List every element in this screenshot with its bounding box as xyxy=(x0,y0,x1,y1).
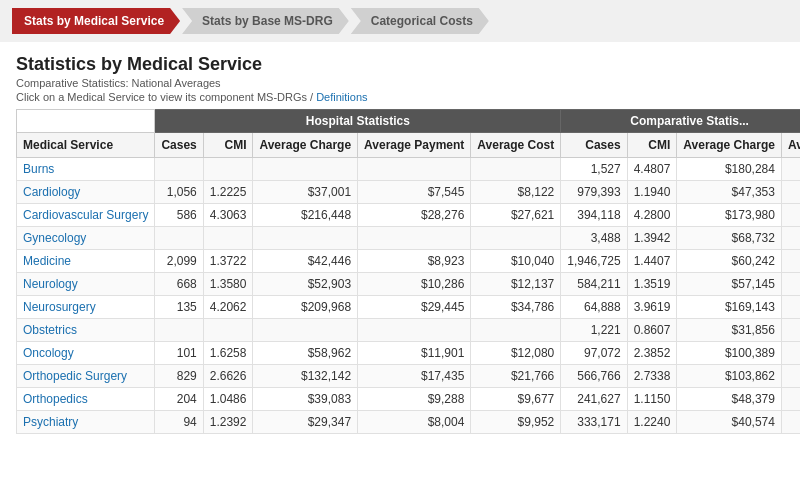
service-link[interactable]: Neurosurgery xyxy=(23,300,96,314)
col-h-avg-payment: Average Payment xyxy=(358,133,471,158)
c-avg-charge-cell: $60,242 xyxy=(677,250,782,273)
c-av-cell xyxy=(781,181,800,204)
definitions-link[interactable]: Definitions xyxy=(316,91,367,103)
tab-stats-by-base-ms-drg[interactable]: Stats by Base MS-DRG xyxy=(182,8,349,34)
c-cmi-cell: 0.8607 xyxy=(627,319,677,342)
service-link[interactable]: Medicine xyxy=(23,254,71,268)
service-name-cell: Orthopedics xyxy=(17,388,155,411)
h-cases-cell: 135 xyxy=(155,296,203,319)
h-cmi-cell xyxy=(203,158,253,181)
h-avg-charge-cell: $132,142 xyxy=(253,365,358,388)
page-header: Statistics by Medical Service Comparativ… xyxy=(0,42,800,109)
col-c-cmi: CMI xyxy=(627,133,677,158)
h-cmi-cell: 1.3580 xyxy=(203,273,253,296)
h-cmi-cell: 1.3722 xyxy=(203,250,253,273)
h-avg-cost-cell: $10,040 xyxy=(471,250,561,273)
c-cmi-cell: 1.1150 xyxy=(627,388,677,411)
c-cases-cell: 3,488 xyxy=(561,227,627,250)
service-name-cell: Cardiology xyxy=(17,181,155,204)
c-avg-charge-cell: $57,145 xyxy=(677,273,782,296)
c-cases-cell: 97,072 xyxy=(561,342,627,365)
h-cmi-cell: 1.2392 xyxy=(203,411,253,434)
service-link[interactable]: Psychiatry xyxy=(23,415,78,429)
c-cmi-cell: 2.7338 xyxy=(627,365,677,388)
col-c-av: Av... xyxy=(781,133,800,158)
h-avg-charge-cell xyxy=(253,227,358,250)
table-row: Gynecology3,4881.3942$68,732 xyxy=(17,227,801,250)
page-subtitle: Comparative Statistics: National Average… xyxy=(16,77,784,89)
c-av-cell xyxy=(781,158,800,181)
c-avg-charge-cell: $173,980 xyxy=(677,204,782,227)
h-cases-cell: 829 xyxy=(155,365,203,388)
table-row: Cardiology1,0561.2225$37,001$7,545$8,122… xyxy=(17,181,801,204)
h-avg-cost-cell: $12,080 xyxy=(471,342,561,365)
service-name-cell: Neurology xyxy=(17,273,155,296)
statistics-table-container: Hospital Statistics Comparative Statis..… xyxy=(0,109,800,434)
c-av-cell xyxy=(781,319,800,342)
h-cases-cell: 1,056 xyxy=(155,181,203,204)
c-cases-cell: 979,393 xyxy=(561,181,627,204)
service-name-cell: Orthopedic Surgery xyxy=(17,365,155,388)
h-avg-payment-cell: $7,545 xyxy=(358,181,471,204)
h-cases-cell: 586 xyxy=(155,204,203,227)
c-avg-charge-cell: $68,732 xyxy=(677,227,782,250)
c-cases-cell: 1,527 xyxy=(561,158,627,181)
c-cases-cell: 241,627 xyxy=(561,388,627,411)
service-name-cell: Obstetrics xyxy=(17,319,155,342)
h-avg-cost-cell xyxy=(471,158,561,181)
tab-stats-by-medical-service[interactable]: Stats by Medical Service xyxy=(12,8,180,34)
h-avg-payment-cell xyxy=(358,227,471,250)
h-avg-payment-cell: $10,286 xyxy=(358,273,471,296)
service-link[interactable]: Neurology xyxy=(23,277,78,291)
table-row: Medicine2,0991.3722$42,446$8,923$10,0401… xyxy=(17,250,801,273)
table-row: Neurology6681.3580$52,903$10,286$12,1375… xyxy=(17,273,801,296)
h-cmi-cell: 2.6626 xyxy=(203,365,253,388)
c-avg-charge-cell: $103,862 xyxy=(677,365,782,388)
h-cases-cell xyxy=(155,227,203,250)
service-name-cell: Medicine xyxy=(17,250,155,273)
service-link[interactable]: Orthopedic Surgery xyxy=(23,369,127,383)
c-avg-charge-cell: $47,353 xyxy=(677,181,782,204)
page-note: Click on a Medical Service to view its c… xyxy=(16,91,784,103)
h-avg-payment-cell: $17,435 xyxy=(358,365,471,388)
h-avg-payment-cell xyxy=(358,319,471,342)
h-cases-cell xyxy=(155,319,203,342)
h-avg-payment-cell: $8,004 xyxy=(358,411,471,434)
service-link[interactable]: Oncology xyxy=(23,346,74,360)
h-avg-cost-cell xyxy=(471,227,561,250)
service-name-cell: Psychiatry xyxy=(17,411,155,434)
c-cases-cell: 1,946,725 xyxy=(561,250,627,273)
column-header-row: Medical Service Cases CMI Average Charge… xyxy=(17,133,801,158)
service-link[interactable]: Orthopedics xyxy=(23,392,88,406)
c-cmi-cell: 3.9619 xyxy=(627,296,677,319)
h-avg-cost-cell xyxy=(471,319,561,342)
h-cmi-cell xyxy=(203,227,253,250)
empty-header xyxy=(17,110,155,133)
service-name-cell: Burns xyxy=(17,158,155,181)
c-av-cell xyxy=(781,296,800,319)
service-link[interactable]: Burns xyxy=(23,162,54,176)
service-link[interactable]: Cardiovascular Surgery xyxy=(23,208,148,222)
service-link[interactable]: Cardiology xyxy=(23,185,80,199)
service-link[interactable]: Obstetrics xyxy=(23,323,77,337)
h-avg-payment-cell: $8,923 xyxy=(358,250,471,273)
table-row: Neurosurgery1354.2062$209,968$29,445$34,… xyxy=(17,296,801,319)
service-link[interactable]: Gynecology xyxy=(23,231,86,245)
table-body: Burns1,5274.4807$180,284Cardiology1,0561… xyxy=(17,158,801,434)
h-cases-cell xyxy=(155,158,203,181)
col-h-cmi: CMI xyxy=(203,133,253,158)
h-cmi-cell: 1.6258 xyxy=(203,342,253,365)
tab-categorical-costs[interactable]: Categorical Costs xyxy=(351,8,489,34)
h-avg-charge-cell: $37,001 xyxy=(253,181,358,204)
c-av-cell xyxy=(781,273,800,296)
table-row: Psychiatry941.2392$29,347$8,004$9,952333… xyxy=(17,411,801,434)
h-cases-cell: 94 xyxy=(155,411,203,434)
table-row: Burns1,5274.4807$180,284 xyxy=(17,158,801,181)
c-cases-cell: 584,211 xyxy=(561,273,627,296)
h-cmi-cell: 1.0486 xyxy=(203,388,253,411)
table-row: Orthopedic Surgery8292.6626$132,142$17,4… xyxy=(17,365,801,388)
h-avg-charge-cell: $39,083 xyxy=(253,388,358,411)
service-name-cell: Cardiovascular Surgery xyxy=(17,204,155,227)
h-avg-payment-cell: $11,901 xyxy=(358,342,471,365)
h-avg-charge-cell: $216,448 xyxy=(253,204,358,227)
